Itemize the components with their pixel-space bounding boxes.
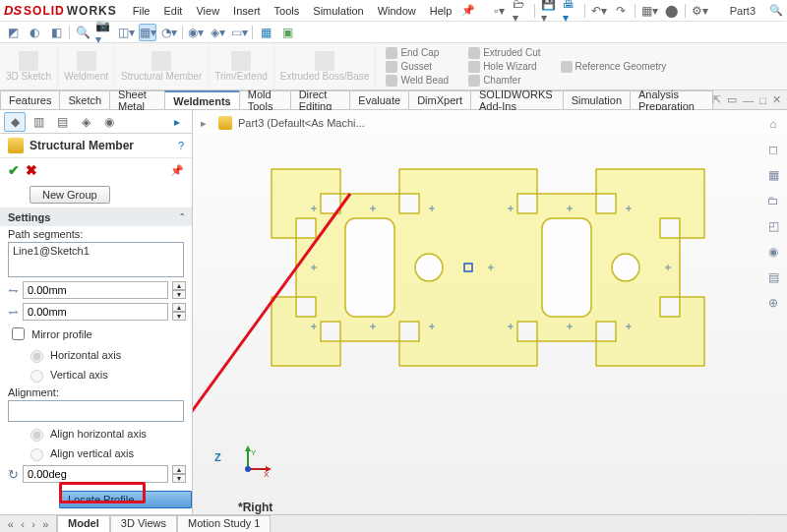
tree-expand-icon[interactable]: ▸: [201, 117, 212, 129]
rib-trim-extend[interactable]: Trim/Extend: [209, 43, 274, 89]
pushpin-icon[interactable]: 📌: [170, 164, 184, 177]
tab-sheetmetal[interactable]: Sheet Metal: [109, 90, 165, 109]
file-explorer-icon[interactable]: 🗀: [763, 191, 783, 210]
rib-extruded-cut[interactable]: Extruded Cut: [468, 47, 540, 59]
tab-simulation[interactable]: Simulation: [563, 90, 631, 109]
resources-icon[interactable]: ◻: [763, 140, 783, 159]
hlr-icon[interactable]: ◧: [47, 24, 65, 41]
path-segment-item[interactable]: Line1@Sketch1: [13, 245, 179, 257]
rib-gusset[interactable]: Gusset: [386, 61, 432, 73]
menu-insert[interactable]: Insert: [229, 3, 265, 19]
camera-icon[interactable]: 📷▾: [95, 24, 113, 41]
path-segments-listbox[interactable]: Line1@Sketch1: [8, 242, 184, 277]
custom-props-icon[interactable]: ▤: [763, 267, 783, 287]
lights-icon[interactable]: ◈▾: [209, 24, 226, 41]
mirror-profile-checkbox[interactable]: [12, 327, 25, 340]
rib-weldbead[interactable]: Weld Bead: [386, 75, 449, 87]
pin-icon[interactable]: 📌: [461, 4, 475, 17]
options-gear-icon[interactable]: ⚙▾: [692, 3, 707, 19]
offset-g1-input[interactable]: [23, 281, 168, 299]
offset-g2-input[interactable]: [23, 303, 168, 321]
appearances-panel-icon[interactable]: ◉: [763, 242, 783, 262]
settings-header[interactable]: Settingsˆ: [0, 208, 192, 226]
menu-help[interactable]: Help: [426, 3, 456, 19]
spin-up-icon[interactable]: ▲: [172, 281, 186, 290]
bottom-tab-model[interactable]: Model: [57, 515, 110, 532]
rib-extruded-boss[interactable]: Extruded Boss/Base: [274, 43, 377, 89]
angle-input[interactable]: [23, 465, 168, 483]
rebuild-icon[interactable]: ⬤: [663, 3, 679, 19]
alignment-listbox[interactable]: [8, 400, 184, 422]
minimize-icon[interactable]: —: [743, 94, 754, 106]
horizontal-axis-radio[interactable]: [30, 350, 43, 363]
menu-tools[interactable]: Tools: [271, 3, 304, 19]
selectmode-icon[interactable]: ▦▾: [641, 3, 657, 19]
display-style-icon[interactable]: ◫▾: [117, 24, 135, 41]
rib-weldment[interactable]: Weldment: [58, 43, 115, 89]
tab-sketch[interactable]: Sketch: [59, 90, 110, 109]
menu-view[interactable]: View: [192, 3, 223, 19]
redo-icon[interactable]: ↷: [613, 3, 629, 19]
vertical-axis-radio[interactable]: [30, 370, 43, 383]
tab-features[interactable]: Features: [0, 90, 60, 109]
help-icon[interactable]: ?: [178, 140, 184, 151]
panel-collapse-icon[interactable]: ▸: [166, 112, 188, 132]
prev-icon[interactable]: ‹: [21, 518, 25, 530]
spin-down-icon[interactable]: ▼: [172, 290, 186, 299]
tab-weldments[interactable]: Weldments: [164, 90, 239, 109]
accept-icon[interactable]: ✔: [8, 162, 20, 178]
menu-window[interactable]: Window: [374, 3, 420, 19]
rib-hole-wizard[interactable]: Hole Wizard: [468, 61, 536, 73]
dimxpert-icon[interactable]: ◈: [75, 112, 96, 132]
search-icon[interactable]: 🔍: [769, 4, 783, 17]
box-icon[interactable]: ▣: [278, 24, 296, 41]
tab-dimxpert[interactable]: DimXpert: [408, 90, 471, 109]
section-view-icon[interactable]: ◐: [26, 24, 43, 41]
spin-up-icon[interactable]: ▲: [172, 303, 186, 312]
property-manager-icon[interactable]: ▥: [28, 112, 49, 132]
tab-moldtools[interactable]: Mold Tools: [239, 90, 291, 109]
menu-edit[interactable]: Edit: [159, 3, 186, 19]
close-icon[interactable]: ✕: [772, 93, 781, 106]
last-icon[interactable]: »: [42, 518, 48, 530]
tab-addins[interactable]: SOLIDWORKS Add-Ins: [470, 90, 564, 109]
window-icon[interactable]: ▭: [727, 93, 737, 106]
bottom-tab-motion[interactable]: Motion Study 1: [177, 515, 271, 532]
next-icon[interactable]: ›: [31, 518, 35, 530]
feature-tree-icon[interactable]: ◆: [4, 112, 26, 132]
tab-evaluate[interactable]: Evaluate: [349, 90, 409, 109]
menu-file[interactable]: File: [129, 3, 154, 19]
align-horizontal-radio[interactable]: [30, 429, 43, 442]
rib-reference-geometry[interactable]: Reference Geometry: [561, 61, 667, 73]
rib-endcap[interactable]: End Cap: [386, 47, 439, 59]
zoom-previous-icon[interactable]: 🔍: [74, 24, 91, 41]
home-icon[interactable]: ⌂: [763, 114, 783, 134]
bottom-tab-3dviews[interactable]: 3D Views: [110, 515, 177, 532]
popout-icon[interactable]: ⇱: [712, 93, 721, 106]
graphics-area[interactable]: ▸ Part3 (Default<As Machi... ⌂ ◻ ▦ 🗀 ◰ ◉…: [193, 110, 787, 514]
spin-down-icon[interactable]: ▼: [172, 312, 186, 321]
first-icon[interactable]: «: [8, 518, 14, 530]
render-icon[interactable]: ▭▾: [230, 24, 248, 41]
cancel-icon[interactable]: ✖: [26, 162, 37, 178]
design-library-icon[interactable]: ▦: [763, 165, 783, 185]
appearances-icon[interactable]: ◉▾: [187, 24, 205, 41]
undo-icon[interactable]: ↶▾: [591, 3, 607, 19]
rib-structural-member[interactable]: Structural Member: [115, 43, 209, 89]
spin-up-icon[interactable]: ▲: [172, 465, 186, 474]
scene-icon[interactable]: ◔▾: [160, 24, 178, 41]
new-icon[interactable]: ▫▾: [491, 3, 507, 19]
print-icon[interactable]: 🖶▾: [563, 3, 578, 19]
align-vertical-radio[interactable]: [30, 448, 43, 461]
menu-simulation[interactable]: Simulation: [309, 3, 367, 19]
forum-icon[interactable]: ⊕: [763, 293, 783, 313]
cube2-icon[interactable]: ▦: [257, 24, 274, 41]
view-orientation-icon[interactable]: ◩: [4, 24, 22, 41]
new-group-button[interactable]: New Group: [30, 186, 110, 204]
tab-directediting[interactable]: Direct Editing: [290, 90, 351, 109]
save-icon[interactable]: 💾▾: [541, 3, 557, 19]
cube-icon[interactable]: ▦▾: [139, 24, 156, 41]
rib-chamfer[interactable]: Chamfer: [468, 75, 520, 87]
maximize-icon[interactable]: □: [759, 94, 766, 106]
locate-profile-button[interactable]: Locate Profile: [59, 491, 192, 508]
